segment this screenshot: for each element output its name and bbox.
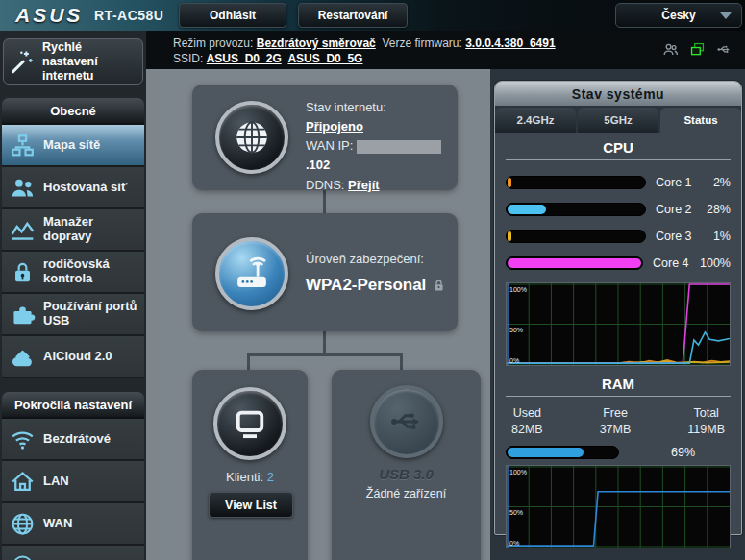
- ddns-label: DDNS:: [306, 178, 344, 192]
- clients-count: 2: [267, 470, 274, 484]
- svg-text:50%: 50%: [509, 508, 524, 516]
- chevron-down-icon: [720, 12, 732, 19]
- firmware-version-link[interactable]: 3.0.0.4.380_6491: [465, 37, 555, 50]
- ram-total-label: Total: [687, 405, 725, 422]
- cpu-core-row: Core 1 2%: [506, 169, 731, 196]
- usb-port-title: USB 3.0: [332, 466, 481, 482]
- lock-icon: [432, 278, 446, 294]
- internet-globe-button[interactable]: [215, 101, 288, 174]
- cpu-core3-pct: 1%: [704, 230, 731, 243]
- tab-5ghz[interactable]: 5GHz: [578, 108, 658, 133]
- firmware-label: Verze firmwaru:: [382, 37, 461, 50]
- clients-card: Klienti: 2 View List: [192, 370, 308, 560]
- ddns-row: DDNS: Přejít: [306, 176, 458, 195]
- monitor-icon: [230, 403, 270, 444]
- usb-status-icon[interactable]: [715, 40, 733, 59]
- logout-button[interactable]: Odhlásit: [179, 3, 286, 28]
- ram-used: Used 82MB: [511, 405, 543, 438]
- sidebar-item-wireless[interactable]: Bezdrátové: [2, 419, 144, 461]
- connector-line: [323, 331, 326, 355]
- cpu-core3-bar: [506, 230, 646, 243]
- cpu-section-title: CPU: [506, 139, 731, 156]
- ram-bar-fill: [508, 448, 584, 457]
- divider: [506, 396, 731, 397]
- ram-section-title: RAM: [506, 376, 731, 392]
- guests-icon: [9, 174, 37, 202]
- cpu-core3-label: Core 3: [656, 230, 704, 243]
- sidebar: Rychlé nastavení internetu Obecné Mapa s…: [0, 31, 146, 560]
- sidebar-item-aicloud[interactable]: AiCloud 2.0: [2, 336, 144, 378]
- usb-port-button[interactable]: [370, 385, 443, 458]
- wan-ip-suffix: .102: [306, 158, 330, 172]
- router-icon: [232, 254, 272, 294]
- asus-logo: ASUS: [15, 4, 83, 27]
- cpu-usage-graph: 100%50%0%: [506, 282, 731, 366]
- sidebar-item-label: LAN: [43, 475, 69, 489]
- ram-used-value: 82MB: [511, 422, 543, 438]
- system-status-panel: Stav systému 2.4GHz 5GHz Status CPU Core…: [494, 81, 742, 535]
- sidebar-item-label: Hostovaná síť: [43, 181, 127, 195]
- cpu-core1-fill: [508, 178, 511, 187]
- info-bar: Režim provozu: Bezdrátový směrovač Verze…: [146, 31, 745, 69]
- home-icon: [9, 468, 37, 496]
- cpu-core-row: Core 3 1%: [506, 223, 731, 250]
- tab-status[interactable]: Status: [660, 108, 741, 133]
- clients-button[interactable]: [213, 387, 286, 460]
- wifi-icon: [9, 426, 37, 453]
- ssid-2g-link[interactable]: ASUS_D0_2G: [207, 52, 282, 65]
- reboot-button[interactable]: Restartování: [298, 3, 408, 28]
- cpu-core-row: Core 4 100%: [506, 250, 731, 277]
- svg-text:100%: 100%: [509, 469, 528, 476]
- sidebar-item-parental-control[interactable]: rodičovská kontrola: [2, 252, 144, 294]
- sidebar-item-lan[interactable]: LAN: [2, 461, 144, 503]
- sidebar-group-general: Obecné Mapa sítě Hostovaná síť Manažer d…: [2, 98, 144, 378]
- clients-status-icon[interactable]: [661, 40, 680, 59]
- puzzle-icon: [9, 301, 37, 329]
- top-bar: ASUS RT-AC58U Odhlásit Restartování Česk…: [0, 0, 745, 33]
- language-label: Česky: [661, 9, 695, 22]
- ram-pct: 69%: [671, 446, 695, 459]
- operation-mode-link[interactable]: Bezdrátový směrovač: [257, 37, 376, 50]
- sidebar-item-wan[interactable]: WAN: [2, 503, 144, 546]
- security-text: Úroveň zabezpečení: WPA2-Personal: [306, 250, 446, 298]
- internet-status-label: Stav internetu:: [306, 98, 458, 117]
- lan-status-icon[interactable]: [688, 40, 707, 59]
- internet-status-link[interactable]: Připojeno: [306, 119, 363, 134]
- ipv6-globe-icon: IPv6: [9, 552, 37, 560]
- ram-free: Free 37MB: [600, 405, 632, 438]
- view-list-button[interactable]: View List: [209, 492, 293, 518]
- cloud-home-icon: [9, 343, 37, 371]
- ram-total-value: 119MB: [687, 422, 725, 438]
- ram-columns: Used 82MB Free 37MB Total 119MB: [506, 405, 731, 438]
- cpu-core4-fill: [508, 258, 641, 268]
- ssid-5g-link[interactable]: ASUS_D0_5G: [287, 52, 362, 65]
- panel-body: CPU Core 1 2% Core 2 28% Core 3 1% Core …: [495, 133, 741, 548]
- tab-2-4ghz[interactable]: 2.4GHz: [495, 108, 576, 133]
- globe-icon: [232, 117, 272, 158]
- ram-free-value: 37MB: [600, 422, 632, 438]
- usb-port-status: Žádné zařízení: [332, 487, 481, 500]
- group-title-general: Obecné: [2, 98, 144, 125]
- language-select[interactable]: Česky: [615, 3, 742, 28]
- internet-status-text: Stav internetu: Připojeno WAN IP: .102 D…: [306, 98, 458, 195]
- sidebar-item-traffic-manager[interactable]: Manažer dopravy: [2, 209, 144, 252]
- divider: [506, 159, 731, 160]
- sidebar-item-ipv6[interactable]: IPv6 IPv6: [2, 546, 144, 560]
- sidebar-item-label: rodičovská kontrola: [43, 257, 140, 286]
- sidebar-item-label: Manažer dopravy: [43, 215, 140, 244]
- wan-ip-label: WAN IP:: [306, 138, 353, 153]
- ram-free-label: Free: [600, 405, 632, 422]
- quick-internet-setup-button[interactable]: Rychlé nastavení internetu: [3, 38, 143, 85]
- cpu-core2-pct: 28%: [704, 203, 731, 216]
- sidebar-item-usb-application[interactable]: Používání portů USB: [2, 294, 144, 336]
- sidebar-item-network-map[interactable]: Mapa sítě: [2, 125, 144, 167]
- router-model: RT-AC58U: [94, 8, 163, 23]
- router-button[interactable]: [215, 237, 288, 310]
- cpu-core1-bar: [506, 176, 646, 189]
- cpu-core2-fill: [508, 205, 546, 214]
- ddns-link[interactable]: Přejít: [348, 178, 380, 192]
- mode-label: Režim provozu:: [173, 37, 253, 50]
- sidebar-item-guest-network[interactable]: Hostovaná síť: [2, 167, 144, 209]
- svg-text:0%: 0%: [509, 357, 520, 365]
- sidebar-item-label: Mapa sítě: [43, 138, 100, 153]
